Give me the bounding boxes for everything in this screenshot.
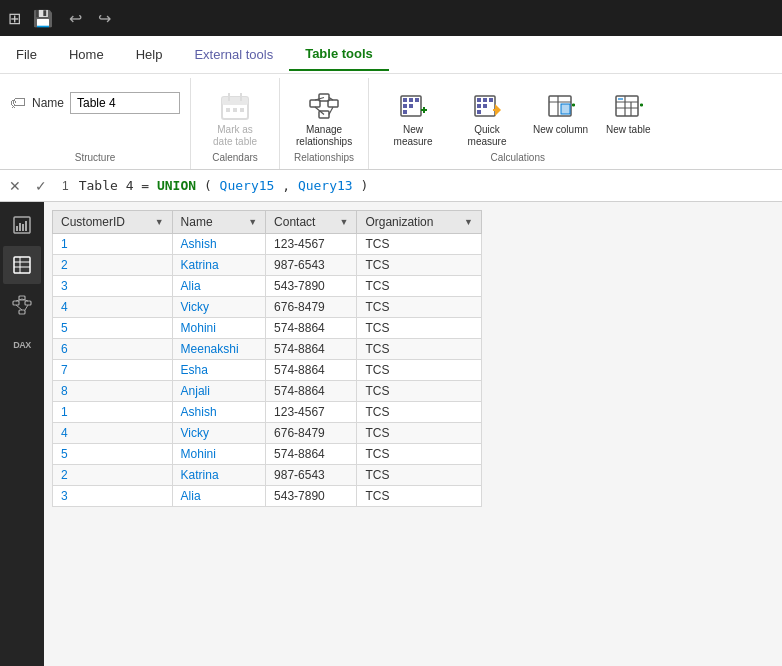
data-table: CustomerID ▼ Name ▼ Contact ▼	[52, 210, 482, 507]
cell-customerid: 7	[53, 360, 173, 381]
col-filter-organization[interactable]: ▼	[464, 217, 473, 227]
col-filter-contact[interactable]: ▼	[339, 217, 348, 227]
svg-rect-1	[222, 97, 248, 105]
calendars-group-label: Calendars	[199, 152, 271, 167]
cell-contact: 574-8864	[266, 381, 357, 402]
cell-contact: 676-8479	[266, 297, 357, 318]
table-row[interactable]: 2Katrina987-6543TCS	[53, 465, 482, 486]
table-row[interactable]: 4Vicky676-8479TCS	[53, 423, 482, 444]
cell-name: Anjali	[172, 381, 266, 402]
title-bar: ⊞ 💾 ↩ ↪	[0, 0, 782, 36]
svg-rect-8	[328, 100, 338, 107]
cell-organization: TCS	[357, 381, 482, 402]
sidebar-report-icon[interactable]	[3, 206, 41, 244]
new-table-label: New table	[606, 124, 650, 136]
cell-organization: TCS	[357, 465, 482, 486]
col-header-name[interactable]: Name ▼	[172, 211, 266, 234]
table-icon: 🏷	[10, 94, 26, 112]
table-row[interactable]: 5Mohini574-8864TCS	[53, 318, 482, 339]
table-row[interactable]: 8Anjali574-8864TCS	[53, 381, 482, 402]
formula-bar: ✕ ✓ 1 Table 4 = UNION ( Query15 , Query1…	[0, 170, 782, 202]
sidebar-data-icon[interactable]	[3, 246, 41, 284]
formula-table-name: Table 4	[79, 178, 134, 193]
table-row[interactable]: 1Ashish123-4567TCS	[53, 402, 482, 423]
table-row[interactable]: 6Meenakshi574-8864TCS	[53, 339, 482, 360]
cell-customerid: 5	[53, 444, 173, 465]
save-button[interactable]: 💾	[29, 9, 57, 28]
new-table-button[interactable]: New table	[598, 86, 658, 140]
menu-help[interactable]: Help	[120, 39, 179, 70]
menu-table-tools[interactable]: Table tools	[289, 38, 389, 71]
svg-rect-28	[483, 98, 487, 102]
cell-name: Alia	[172, 486, 266, 507]
formula-accept-button[interactable]: ✓	[30, 175, 52, 197]
formula-content[interactable]: Table 4 = UNION ( Query15 , Query13 )	[79, 178, 369, 193]
redo-button[interactable]: ↪	[94, 9, 115, 28]
cell-customerid: 1	[53, 234, 173, 255]
cell-contact: 543-7890	[266, 276, 357, 297]
cell-name: Ashish	[172, 234, 266, 255]
formula-function-name: UNION	[157, 178, 196, 193]
cell-contact: 543-7890	[266, 486, 357, 507]
cell-organization: TCS	[357, 423, 482, 444]
svg-rect-54	[14, 257, 30, 273]
col-header-contact[interactable]: Contact ▼	[266, 211, 357, 234]
cell-organization: TCS	[357, 276, 482, 297]
col-filter-customerid[interactable]: ▼	[155, 217, 164, 227]
sidebar-dax-icon[interactable]: DAX	[3, 326, 41, 364]
table-row[interactable]: 4Vicky676-8479TCS	[53, 297, 482, 318]
svg-rect-36	[561, 104, 570, 109]
table-row[interactable]: 3Alia543-7890TCS	[53, 276, 482, 297]
table-row[interactable]: 1Ashish123-4567TCS	[53, 234, 482, 255]
cell-name: Alia	[172, 276, 266, 297]
ribbon: 🏷 Name Structure	[0, 74, 782, 170]
cell-contact: 574-8864	[266, 444, 357, 465]
cell-name: Katrina	[172, 465, 266, 486]
menu-file[interactable]: File	[0, 39, 53, 70]
new-column-button[interactable]: New column	[525, 86, 596, 140]
formula-cancel-button[interactable]: ✕	[4, 175, 26, 197]
data-area[interactable]: CustomerID ▼ Name ▼ Contact ▼	[44, 202, 782, 666]
sidebar: DAX	[0, 202, 44, 666]
table-header-row: CustomerID ▼ Name ▼ Contact ▼	[53, 211, 482, 234]
manage-relationships-button[interactable]: Manage relationships	[288, 86, 360, 152]
cell-customerid: 6	[53, 339, 173, 360]
cell-name: Mohini	[172, 444, 266, 465]
table-name-input[interactable]	[70, 92, 180, 114]
col-filter-name[interactable]: ▼	[248, 217, 257, 227]
app-icon: ⊞	[8, 9, 21, 28]
formula-arg1: Query15	[220, 178, 275, 193]
quick-measure-label: Quick measure	[459, 124, 515, 148]
undo-button[interactable]: ↩	[65, 9, 86, 28]
table-row[interactable]: 2Katrina987-6543TCS	[53, 255, 482, 276]
formula-line-num: 1	[56, 179, 75, 193]
svg-rect-26	[477, 104, 481, 108]
mark-date-table-button[interactable]: Mark as date table	[199, 86, 271, 152]
menu-home[interactable]: Home	[53, 39, 120, 70]
table-body: 1Ashish123-4567TCS2Katrina987-6543TCS3Al…	[53, 234, 482, 507]
table-row[interactable]: 5Mohini574-8864TCS	[53, 444, 482, 465]
new-measure-button[interactable]: New measure	[377, 86, 449, 152]
cell-customerid: 2	[53, 255, 173, 276]
quick-measure-button[interactable]: Quick measure	[451, 86, 523, 152]
cell-contact: 123-4567	[266, 402, 357, 423]
table-row[interactable]: 3Alia543-7890TCS	[53, 486, 482, 507]
sidebar-model-icon[interactable]	[3, 286, 41, 324]
main-area: DAX CustomerID ▼ Name ▼	[0, 202, 782, 666]
col-header-organization[interactable]: Organization ▼	[357, 211, 482, 234]
svg-rect-16	[403, 98, 407, 102]
menu-external-tools[interactable]: External tools	[178, 39, 289, 70]
col-label-customerid: CustomerID	[61, 215, 125, 229]
svg-rect-60	[25, 301, 31, 305]
svg-rect-29	[483, 104, 487, 108]
new-table-icon	[612, 90, 644, 122]
svg-rect-6	[240, 108, 244, 112]
svg-rect-5	[233, 108, 237, 112]
col-header-customerid[interactable]: CustomerID ▼	[53, 211, 173, 234]
table-row[interactable]: 7Esha574-8864TCS	[53, 360, 482, 381]
cell-contact: 574-8864	[266, 318, 357, 339]
svg-rect-52	[22, 224, 24, 231]
cell-organization: TCS	[357, 297, 482, 318]
col-label-contact: Contact	[274, 215, 315, 229]
cell-contact: 123-4567	[266, 234, 357, 255]
